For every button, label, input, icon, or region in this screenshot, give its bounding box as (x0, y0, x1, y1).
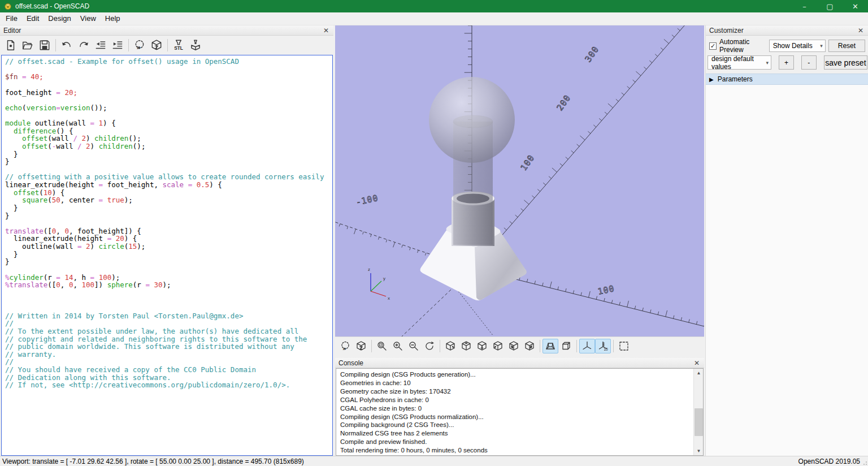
resize-grip[interactable] (861, 459, 867, 465)
redo-button[interactable] (75, 37, 92, 53)
menu-view[interactable]: View (76, 12, 101, 25)
show-axes-icon (581, 340, 593, 352)
toolbar-separator (55, 39, 56, 51)
svg-text:STL: STL (174, 46, 183, 51)
view-left-icon (492, 340, 504, 352)
preview-icon: » (340, 340, 351, 352)
parameters-group-header[interactable]: ▶ Parameters (706, 74, 868, 85)
code-line: // If not, see <http://creativecommons.o… (5, 381, 332, 389)
svg-text:»: » (342, 344, 346, 352)
view-back-button[interactable] (522, 339, 537, 353)
save-button[interactable] (36, 37, 53, 53)
customizer-empty-area (706, 85, 868, 456)
3d-viewport[interactable]: 100200300100-100 (335, 25, 704, 336)
scroll-down-icon[interactable]: ▼ (694, 447, 704, 455)
svg-text:200: 200 (555, 93, 573, 113)
remove-preset-button[interactable]: - (801, 55, 817, 70)
reset-button[interactable]: Reset (828, 40, 865, 52)
svg-text:x: x (388, 296, 390, 301)
code-line: // warranty. (5, 351, 332, 359)
undo-button[interactable] (58, 37, 75, 53)
svg-text:-100: -100 (355, 193, 379, 208)
customizer-panel-title: Customizer (709, 27, 857, 34)
add-preset-button[interactable]: + (779, 55, 794, 70)
console-line: Total rendering time: 0 hours, 0 minutes… (340, 446, 691, 455)
show-axes-button[interactable] (579, 339, 595, 353)
console-line: CGAL Polyhedrons in cache: 0 (340, 396, 691, 404)
scrollbar-thumb[interactable] (695, 408, 703, 436)
3d-viewport-canvas[interactable]: 100200300100-100 (335, 25, 704, 336)
editor-panel-title: Editor (3, 27, 322, 34)
zoom-in-icon (392, 340, 403, 352)
view-top-icon (461, 340, 472, 352)
print-3d-icon (189, 39, 202, 51)
code-editor[interactable]: // offset.scad - Example for offset() us… (1, 55, 333, 456)
preset-dropdown[interactable]: design default values ▾ (708, 55, 771, 70)
automatic-preview-label: Automatic Preview (719, 38, 766, 54)
code-line: // Dedication along with this software. (5, 374, 332, 382)
view-right-button[interactable] (442, 339, 458, 353)
preview-button[interactable]: » (131, 37, 148, 53)
save-preset-button[interactable]: save preset (824, 55, 867, 70)
code-line: linear_extrude(height = 20) { (5, 235, 332, 243)
editor-close-icon[interactable]: ✕ (322, 27, 330, 34)
chevron-down-icon: ▾ (817, 43, 823, 49)
svg-text:300: 300 (583, 44, 601, 64)
render-button[interactable] (353, 339, 369, 353)
console: Compiling design (CSG Products generatio… (336, 368, 704, 456)
code-line: // public domain worldwide. This softwar… (5, 343, 332, 351)
unindent-button[interactable] (92, 37, 109, 53)
show-scale-markers-icon: 10 (597, 340, 609, 352)
view-bottom-button[interactable] (474, 339, 490, 353)
open-icon (21, 39, 34, 51)
menu-help[interactable]: Help (101, 12, 125, 25)
perspective-button[interactable] (542, 339, 558, 353)
svg-text:z: z (368, 267, 370, 272)
export-stl-icon: STL (172, 39, 185, 51)
zoom-out-button[interactable] (406, 339, 422, 353)
indent-button[interactable] (109, 37, 126, 53)
view-top-button[interactable] (458, 339, 474, 353)
console-line: Geometry cache size in bytes: 170432 (340, 387, 691, 396)
menu-file[interactable]: File (1, 12, 22, 25)
show-scale-markers-button[interactable]: 10 (595, 339, 611, 353)
new-file-button[interactable] (2, 37, 19, 53)
code-line (5, 166, 332, 174)
preview-button[interactable]: » (337, 339, 353, 353)
close-button[interactable]: ✕ (843, 0, 868, 12)
preview-icon: » (133, 39, 146, 51)
console-scrollbar[interactable]: ▲ ▼ (693, 369, 703, 455)
console-close-icon[interactable]: ✕ (693, 360, 701, 366)
open-button[interactable] (19, 37, 36, 53)
openscad-window: { "window": { "title": "offset.scad - Op… (0, 0, 868, 466)
show-edges-button[interactable] (616, 339, 632, 353)
code-line (5, 289, 332, 297)
customizer-close-icon[interactable]: ✕ (857, 27, 865, 34)
view-left-button[interactable] (490, 339, 506, 353)
code-line: offset(-wall / 2) children(); (5, 143, 332, 150)
scroll-up-icon[interactable]: ▲ (694, 369, 704, 377)
orthogonal-button[interactable] (558, 339, 574, 353)
view-all-button[interactable] (374, 339, 390, 353)
reset-view-button[interactable] (422, 339, 437, 353)
code-line: // offsetting with a positive value allo… (5, 173, 332, 181)
render-button[interactable] (148, 37, 165, 53)
editor-panel: Editor ✕ »STL // offset.scad - Example f… (0, 25, 333, 456)
code-line: // To the extent possible under law, the… (5, 327, 332, 335)
code-line: } (5, 150, 332, 158)
model-ghost-sphere (429, 77, 515, 163)
menu-design[interactable]: Design (44, 12, 75, 25)
maximize-button[interactable]: ▢ (817, 0, 843, 12)
automatic-preview-checkbox[interactable]: ✓ (709, 42, 717, 50)
show-details-dropdown[interactable]: Show Details ▾ (769, 40, 826, 52)
minimize-button[interactable]: – (792, 0, 817, 12)
export-stl-button[interactable]: STL (170, 37, 187, 53)
customizer-panel: Customizer ✕ ✓ Automatic Preview Show De… (705, 25, 868, 456)
code-line: // (5, 320, 332, 327)
axes-ticks (335, 25, 704, 326)
view-front-button[interactable] (506, 339, 522, 353)
code-line: difference() { (5, 127, 332, 135)
print-3d-button[interactable] (187, 37, 204, 53)
zoom-in-button[interactable] (390, 339, 406, 353)
menu-edit[interactable]: Edit (22, 12, 44, 25)
